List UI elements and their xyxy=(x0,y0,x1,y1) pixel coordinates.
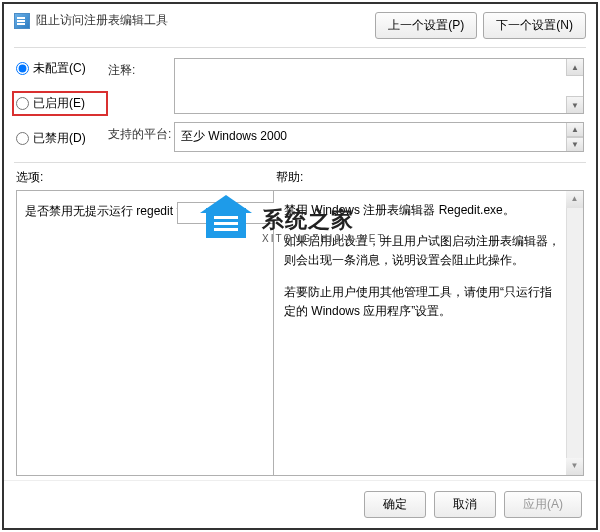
radio-disabled-label: 已禁用(D) xyxy=(33,130,86,147)
cancel-button[interactable]: 取消 xyxy=(434,491,496,518)
help-label: 帮助: xyxy=(276,169,303,186)
scroll-up-icon[interactable]: ▲ xyxy=(566,59,583,76)
scroll-up-icon[interactable]: ▲ xyxy=(566,191,583,208)
platform-row: 支持的平台: 至少 Windows 2000 ▲ ▼ xyxy=(108,122,584,152)
dialog-title: 阻止访问注册表编辑工具 xyxy=(36,12,168,29)
prev-setting-button[interactable]: 上一个设置(P) xyxy=(375,12,477,39)
radio-not-configured-label: 未配置(C) xyxy=(33,60,86,77)
help-text-1: 禁用 Windows 注册表编辑器 Regedit.exe。 xyxy=(284,201,563,220)
help-text-2: 如果启用此设置，并且用户试图启动注册表编辑器，则会出现一条消息，说明设置会阻止此… xyxy=(284,232,563,270)
section-labels: 选项: 帮助: xyxy=(4,163,596,190)
dialog-window: 阻止访问注册表编辑工具 上一个设置(P) 下一个设置(N) 未配置(C) 已启用… xyxy=(2,2,598,530)
title-area: 阻止访问注册表编辑工具 xyxy=(14,12,375,29)
comment-label: 注释: xyxy=(108,58,174,79)
scroll-down-icon[interactable]: ▼ xyxy=(566,96,583,113)
radio-enabled[interactable]: 已启用(E) xyxy=(16,95,102,112)
scroll-down-icon[interactable]: ▼ xyxy=(566,137,583,151)
options-label: 选项: xyxy=(16,169,276,186)
options-panel: 是否禁用无提示运行 regedit ? xyxy=(16,190,274,476)
scroll-down-icon[interactable]: ▼ xyxy=(566,458,583,475)
nav-buttons: 上一个设置(P) 下一个设置(N) xyxy=(375,12,586,39)
radio-group: 未配置(C) 已启用(E) 已禁用(D) xyxy=(16,58,108,152)
config-area: 未配置(C) 已启用(E) 已禁用(D) 注释: ▲ ▼ xyxy=(4,48,596,160)
policy-icon xyxy=(14,13,30,29)
platform-box: 至少 Windows 2000 ▲ ▼ xyxy=(174,122,584,152)
radio-enabled-input[interactable] xyxy=(16,97,29,110)
comment-textarea[interactable]: ▲ ▼ xyxy=(174,58,584,114)
lower-area: 是否禁用无提示运行 regedit ? 禁用 Windows 注册表编辑器 Re… xyxy=(4,190,596,476)
help-text-3: 若要防止用户使用其他管理工具，请使用“只运行指定的 Windows 应用程序”设… xyxy=(284,283,563,321)
radio-not-configured-input[interactable] xyxy=(16,62,29,75)
right-panel: 注释: ▲ ▼ 支持的平台: 至少 Windows 2000 ▲ ▼ xyxy=(108,58,584,152)
next-setting-button[interactable]: 下一个设置(N) xyxy=(483,12,586,39)
options-dropdown[interactable] xyxy=(177,202,287,224)
scroll-up-icon[interactable]: ▲ xyxy=(566,123,583,137)
scrollbar[interactable]: ▲ ▼ xyxy=(566,191,583,475)
help-panel: 禁用 Windows 注册表编辑器 Regedit.exe。 如果启用此设置，并… xyxy=(274,190,584,476)
radio-enabled-label: 已启用(E) xyxy=(33,95,85,112)
footer: 确定 取消 应用(A) xyxy=(4,480,596,528)
radio-not-configured[interactable]: 未配置(C) xyxy=(16,60,108,77)
highlight-enabled: 已启用(E) xyxy=(12,91,108,116)
platform-label: 支持的平台: xyxy=(108,122,174,143)
platform-value: 至少 Windows 2000 xyxy=(181,129,287,143)
dialog-header: 阻止访问注册表编辑工具 上一个设置(P) 下一个设置(N) xyxy=(4,4,596,45)
apply-button[interactable]: 应用(A) xyxy=(504,491,582,518)
radio-disabled[interactable]: 已禁用(D) xyxy=(16,130,108,147)
comment-row: 注释: ▲ ▼ xyxy=(108,58,584,114)
ok-button[interactable]: 确定 xyxy=(364,491,426,518)
radio-disabled-input[interactable] xyxy=(16,132,29,145)
